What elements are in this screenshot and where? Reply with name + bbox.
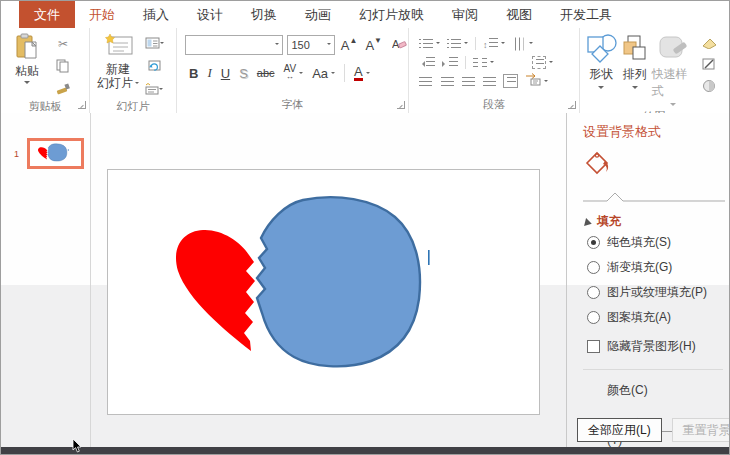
heart-right-blue-shape — [257, 197, 420, 366]
font-name-combobox[interactable] — [185, 35, 283, 55]
apply-all-button[interactable]: 全部应用(L) — [577, 418, 662, 442]
font-group-label: 字体 — [282, 98, 304, 110]
para-sep-1 — [475, 37, 476, 50]
section-button[interactable] — [144, 81, 164, 99]
broken-heart-drawing[interactable] — [108, 170, 539, 414]
tab-file[interactable]: 文件 — [19, 1, 75, 28]
section-caret — [159, 88, 163, 92]
decrease-indent-icon[interactable] — [419, 53, 435, 71]
picture-fill-label: 图片或纹理填充(P) — [607, 284, 707, 301]
option-picture-fill[interactable]: 图片或纹理填充(P) — [587, 280, 730, 305]
arrange-button[interactable]: 排列 — [618, 31, 652, 109]
slide-thumbnail[interactable] — [27, 138, 84, 169]
align-right-icon[interactable] — [461, 76, 475, 87]
shape-fill-icon[interactable] — [700, 35, 726, 53]
tab-design[interactable]: 设计 — [183, 1, 237, 28]
shapes-button[interactable]: 形状 — [584, 31, 618, 109]
option-gradient-fill[interactable]: 渐变填充(G) — [587, 255, 730, 280]
strikethrough-button[interactable]: abc — [257, 67, 275, 79]
tab-transitions[interactable]: 切换 — [237, 1, 291, 28]
character-spacing-button[interactable]: AV↔ — [284, 65, 297, 81]
new-slide-label-line1: 新建 — [106, 62, 130, 76]
radio-solid-fill[interactable] — [587, 236, 600, 249]
reset-slide-button[interactable] — [144, 58, 164, 76]
option-solid-fill[interactable]: 纯色填充(S) — [587, 230, 730, 255]
increase-indent-icon[interactable] — [442, 53, 458, 71]
option-pattern-fill[interactable]: 图案填充(A) — [587, 305, 730, 330]
slide-layout-button[interactable] — [144, 35, 164, 53]
quick-styles-icon — [657, 33, 689, 66]
italic-button[interactable]: I — [207, 65, 211, 81]
tab-insert[interactable]: 插入 — [129, 1, 183, 28]
option-hide-background[interactable]: 隐藏背景图形(H) — [587, 334, 730, 359]
numbering-icon[interactable] — [447, 38, 461, 49]
color-row: 颜色(C) — [607, 382, 730, 399]
paragraph-dialog-launcher[interactable] — [568, 101, 576, 109]
font-color-caret — [366, 72, 370, 76]
decrease-font-glyph: A — [365, 38, 374, 53]
fill-section-header[interactable]: 填充 — [583, 213, 730, 230]
text-shadow-button[interactable]: S — [239, 66, 248, 81]
quick-styles-label: 快速样式 — [652, 66, 694, 100]
copy-button[interactable] — [53, 58, 73, 76]
quick-styles-button: 快速样式 — [652, 31, 694, 109]
change-case-button[interactable]: Aa — [312, 66, 328, 81]
text-direction-icon[interactable] — [513, 36, 524, 50]
scissors-icon: ✂ — [58, 37, 68, 51]
group-paragraph: ↕ — [408, 28, 579, 113]
font-dialog-launcher[interactable] — [397, 101, 405, 109]
tab-slideshow[interactable]: 幻灯片放映 — [345, 1, 438, 28]
gradient-fill-label: 渐变填充(G) — [607, 259, 672, 276]
shapes-label: 形状 — [589, 66, 613, 83]
bullets-icon[interactable] — [419, 38, 433, 49]
slide-canvas[interactable] — [91, 113, 566, 447]
radio-picture-fill[interactable] — [587, 286, 600, 299]
smartart-convert-icon[interactable] — [525, 72, 541, 90]
increase-font-button[interactable]: A▲ — [339, 38, 360, 53]
shape-outline-icon[interactable] — [700, 57, 726, 75]
justify-icon[interactable] — [482, 76, 496, 87]
tab-developer[interactable]: 开发工具 — [546, 1, 626, 28]
format-background-pane: 设置背景格式 填充 纯色填充(S) 渐变填充(G) 图片或纹理填充(P) — [566, 113, 730, 447]
paste-dropdown-caret — [24, 81, 30, 87]
layout-caret — [160, 42, 164, 46]
clear-formatting-button[interactable]: A — [390, 37, 409, 54]
clear-formatting-icon: A — [392, 37, 407, 54]
tab-animations[interactable]: 动画 — [291, 1, 345, 28]
line-spacing-icon[interactable]: ↕ — [483, 37, 498, 50]
slide-thumbnail-pane[interactable]: 1 — [1, 113, 91, 447]
radio-gradient-fill[interactable] — [587, 261, 600, 274]
radio-pattern-fill[interactable] — [587, 311, 600, 324]
bullets-caret — [436, 42, 440, 46]
tab-home[interactable]: 开始 — [75, 1, 129, 28]
clipboard-dialog-launcher[interactable] — [78, 101, 86, 109]
format-painter-button[interactable] — [53, 81, 73, 99]
font-color-button[interactable]: A — [354, 66, 363, 81]
distribute-icon[interactable] — [503, 74, 518, 88]
slide-editing-area[interactable] — [107, 169, 540, 415]
align-left-icon[interactable] — [419, 76, 433, 87]
underline-button[interactable]: U — [221, 66, 230, 81]
ribbon-tab-bar: 文件 开始 插入 设计 切换 动画 幻灯片放映 审阅 视图 开发工具 — [1, 1, 729, 28]
decrease-font-button[interactable]: A▼ — [363, 38, 384, 53]
font-size-value: 150 — [291, 39, 309, 51]
columns-icon[interactable] — [473, 57, 487, 68]
fill-bucket-icon[interactable] — [583, 148, 730, 179]
ribbon: 粘贴 ✂ — [1, 28, 729, 114]
change-case-caret — [331, 72, 335, 76]
hide-background-checkbox[interactable] — [587, 340, 600, 353]
paste-button[interactable]: 粘贴 — [5, 31, 49, 99]
bold-button[interactable]: B — [189, 66, 198, 81]
align-text-icon[interactable] — [532, 56, 546, 69]
cut-button[interactable]: ✂ — [53, 35, 73, 53]
tab-review[interactable]: 审阅 — [438, 1, 492, 28]
reset-slide-icon — [147, 59, 161, 75]
tab-view[interactable]: 视图 — [492, 1, 546, 28]
align-center-icon[interactable] — [440, 76, 454, 87]
fill-section-label: 填充 — [597, 213, 621, 230]
font-size-combobox[interactable]: 150 — [287, 35, 334, 55]
new-slide-button[interactable]: 新建 幻灯片 — [94, 31, 142, 99]
shape-effects-icon[interactable] — [700, 79, 726, 97]
shape-style-buttons — [694, 31, 726, 109]
arrange-icon — [620, 33, 650, 66]
